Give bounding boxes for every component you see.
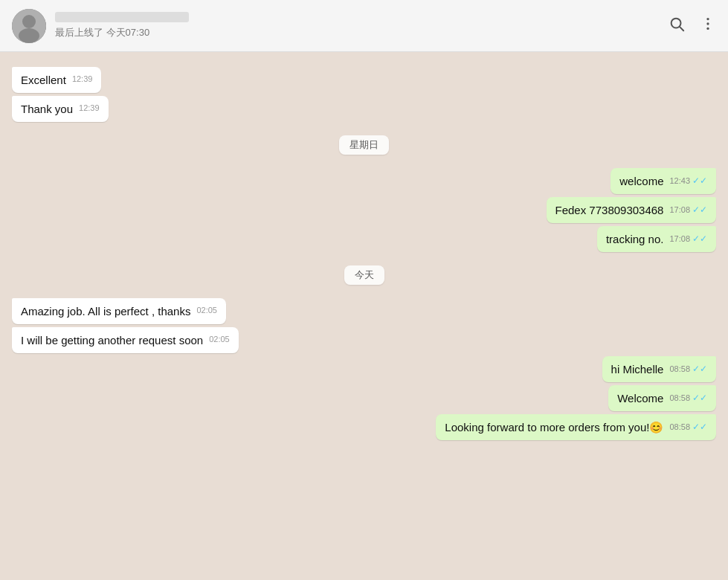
svg-point-1 [22, 15, 36, 28]
double-check-icon: ✓✓ [692, 233, 707, 245]
search-icon[interactable] [669, 16, 685, 36]
svg-point-5 [706, 17, 709, 19]
message-group-pre-sunday: Excellent 12:39 Thank you 12:39 [12, 67, 716, 122]
contact-name-bar [55, 12, 189, 22]
bubble-text: Thank you [21, 103, 73, 115]
double-check-icon: ✓✓ [692, 421, 707, 434]
bubble-welcome-2: Welcome 08:58 ✓✓ [608, 385, 716, 411]
bubble-tracking-no: tracking no. 17:08 ✓✓ [597, 226, 716, 252]
bubble-meta: 17:08 ✓✓ [669, 233, 707, 245]
bubble-text: Excellent [21, 74, 66, 86]
bubble-welcome: welcome 12:43 ✓✓ [611, 168, 716, 194]
message-row: I will be getting another request soon 0… [12, 327, 716, 353]
avatar[interactable] [12, 9, 46, 43]
message-row: Excellent 12:39 [12, 67, 716, 93]
message-row: Amazing job. All is perfect , thanks 02:… [12, 298, 716, 324]
bubble-text: Welcome [617, 392, 663, 405]
message-row: tracking no. 17:08 ✓✓ [12, 226, 716, 252]
message-row: hi Michelle 08:58 ✓✓ [12, 356, 716, 382]
svg-point-7 [706, 27, 709, 29]
bubble-fedex: Fedex 773809303468 17:08 ✓✓ [547, 197, 717, 223]
bubble-meta: 08:58 ✓✓ [669, 392, 707, 405]
message-row: welcome 12:43 ✓✓ [12, 168, 716, 194]
bubble-thank-you: Thank you 12:39 [12, 96, 109, 122]
contact-info: 最后上线了 今天07:30 [55, 12, 669, 39]
svg-point-6 [706, 22, 709, 25]
bubble-meta: 12:39 [79, 103, 100, 114]
bubble-meta: 02:05 [209, 334, 230, 345]
more-options-icon[interactable] [700, 16, 716, 36]
bubble-text: Looking forward to more orders from you!… [445, 421, 663, 434]
bubble-text: I will be getting another request soon [21, 334, 203, 347]
day-label: 星期日 [339, 135, 389, 155]
svg-line-4 [680, 27, 683, 30]
double-check-icon: ✓✓ [692, 204, 707, 216]
contact-status: 最后上线了 今天07:30 [55, 26, 669, 39]
message-row: Welcome 08:58 ✓✓ [12, 385, 716, 411]
bubble-meta: 17:08 ✓✓ [669, 204, 707, 216]
bubble-amazing-job: Amazing job. All is perfect , thanks 02:… [12, 298, 226, 324]
message-row: Fedex 773809303468 17:08 ✓✓ [12, 197, 716, 223]
double-check-icon: ✓✓ [692, 175, 707, 187]
message-row: Looking forward to more orders from you!… [12, 414, 716, 440]
message-group-today: Amazing job. All is perfect , thanks 02:… [12, 298, 716, 440]
double-check-icon: ✓✓ [692, 392, 707, 405]
message-group-sunday: welcome 12:43 ✓✓ Fedex 773809303468 17:0… [12, 168, 716, 252]
bubble-excellent: Excellent 12:39 [12, 67, 101, 93]
day-label: 今天 [344, 265, 384, 285]
bubble-text: hi Michelle [611, 363, 664, 376]
bubble-meta: 08:58 ✓✓ [669, 421, 707, 434]
bubble-looking-forward: Looking forward to more orders from you!… [436, 414, 716, 440]
bubble-meta: 08:58 ✓✓ [669, 363, 707, 376]
bubble-will-be-getting: I will be getting another request soon 0… [12, 327, 239, 353]
bubble-meta: 12:39 [72, 74, 93, 85]
bubble-meta: 12:43 ✓✓ [669, 175, 707, 187]
chat-header: 最后上线了 今天07:30 [0, 0, 728, 52]
double-check-icon: ✓✓ [692, 363, 707, 376]
header-icons [669, 16, 716, 36]
bubble-text: Fedex 773809303468 [555, 204, 664, 216]
day-separator-today: 今天 [12, 265, 716, 285]
svg-point-2 [19, 28, 39, 43]
bubble-text: welcome [619, 175, 663, 187]
chat-area: Excellent 12:39 Thank you 12:39 星期日 welc… [0, 52, 728, 580]
day-separator-sunday: 星期日 [12, 135, 716, 155]
message-row: Thank you 12:39 [12, 96, 716, 122]
bubble-meta: 02:05 [196, 305, 217, 316]
bubble-hi-michelle: hi Michelle 08:58 ✓✓ [602, 356, 716, 382]
bubble-text: tracking no. [606, 233, 664, 245]
bubble-text: Amazing job. All is perfect , thanks [21, 305, 190, 318]
